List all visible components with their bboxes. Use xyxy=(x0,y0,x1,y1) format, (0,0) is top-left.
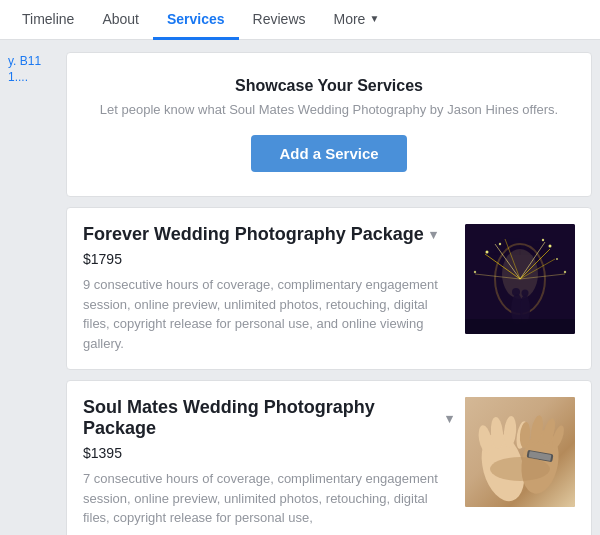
sidebar-text: y. B111.... xyxy=(8,54,41,84)
svg-point-12 xyxy=(520,295,530,323)
service-price-2: $1395 xyxy=(83,445,453,461)
tab-more[interactable]: More ▼ xyxy=(320,0,394,40)
tab-services[interactable]: Services xyxy=(153,0,239,40)
service-info-1: Forever Wedding Photography Package ▾ $1… xyxy=(83,224,453,353)
service-card-2: Soul Mates Wedding Photography Package ▾… xyxy=(66,380,592,535)
service-price-1: $1795 xyxy=(83,251,453,267)
service-image-1 xyxy=(465,224,575,334)
service-image-2 xyxy=(465,397,575,507)
chevron-down-icon: ▼ xyxy=(369,13,379,24)
chevron-down-icon: ▾ xyxy=(446,411,453,426)
showcase-subtitle: Let people know what Soul Mates Wedding … xyxy=(87,101,571,119)
svg-point-14 xyxy=(522,290,529,297)
svg-point-22 xyxy=(564,271,566,273)
service-title-2: Soul Mates Wedding Photography Package ▾ xyxy=(83,397,453,439)
chevron-down-icon: ▾ xyxy=(430,227,437,242)
svg-point-16 xyxy=(486,251,489,254)
service-title-1: Forever Wedding Photography Package ▾ xyxy=(83,224,453,245)
navigation-tabs: Timeline About Services Reviews More ▼ xyxy=(0,0,600,40)
page-content: y. B111.... Showcase Your Services Let p… xyxy=(0,40,600,535)
svg-point-19 xyxy=(542,239,544,241)
service-description-1: 9 consecutive hours of coverage, complim… xyxy=(83,275,453,353)
service-card-1: Forever Wedding Photography Package ▾ $1… xyxy=(66,207,592,370)
service-description-2: 7 consecutive hours of coverage, complim… xyxy=(83,469,453,528)
svg-rect-15 xyxy=(465,319,575,334)
svg-point-37 xyxy=(490,457,550,481)
svg-point-13 xyxy=(512,288,520,296)
svg-point-21 xyxy=(474,271,476,273)
svg-point-2 xyxy=(502,249,538,299)
showcase-title: Showcase Your Services xyxy=(87,77,571,95)
showcase-card: Showcase Your Services Let people know w… xyxy=(66,52,592,197)
main-content: Showcase Your Services Let people know w… xyxy=(66,52,592,535)
svg-point-20 xyxy=(556,258,558,260)
svg-point-17 xyxy=(499,243,501,245)
add-service-button[interactable]: Add a Service xyxy=(251,135,406,172)
tab-about[interactable]: About xyxy=(88,0,153,40)
tab-reviews[interactable]: Reviews xyxy=(239,0,320,40)
svg-point-18 xyxy=(549,245,552,248)
service-info-2: Soul Mates Wedding Photography Package ▾… xyxy=(83,397,453,528)
tab-timeline[interactable]: Timeline xyxy=(8,0,88,40)
sidebar: y. B111.... xyxy=(8,52,56,535)
